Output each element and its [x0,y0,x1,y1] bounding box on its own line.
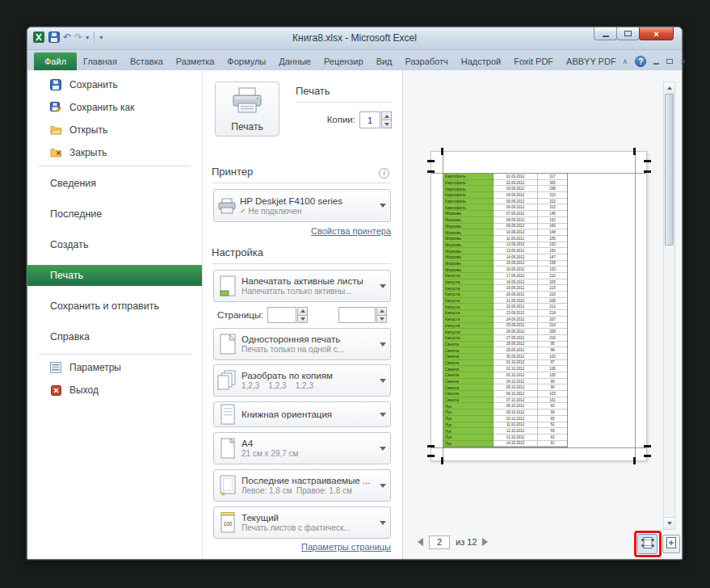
preview-scrollbar[interactable] [663,82,675,530]
current-page-input[interactable]: 2 [429,536,450,549]
preview-cell-name: Свекла [443,354,494,360]
printer-properties-link[interactable]: Свойства принтера [311,226,391,236]
header-margin-handle[interactable] [644,160,651,162]
backstage-item-new[interactable]: Создать [27,229,202,260]
next-page-button[interactable] [482,538,488,546]
previous-page-button[interactable] [418,538,423,546]
chevron-down-icon[interactable]: ▾ [86,31,89,44]
minimize-button[interactable] [594,27,617,40]
margin-handle[interactable] [427,170,435,173]
collapse-ribbon-icon[interactable]: ∧ [623,56,628,67]
ribbon-tab-formulas[interactable]: Формулы [221,52,272,70]
scrollbar-thumb[interactable] [665,94,674,246]
footer-margin-handle[interactable] [427,455,435,457]
minimize-icon-small[interactable] [653,63,659,65]
preview-cell-date: 20.09.2012 [494,292,538,298]
qat-customize-icon[interactable]: ▾ [99,31,103,44]
pages-from-spinner[interactable] [267,307,308,323]
printer-selector[interactable]: HP Deskjet F4100 series ✓ Не подключен [213,189,391,222]
ribbon-tab-insert[interactable]: Вставка [124,52,170,70]
margin-handle[interactable] [644,445,651,447]
info-icon[interactable]: i [379,168,389,178]
setting-paper-size-dropdown[interactable]: A421 см x 29,7 см [213,432,391,464]
backstage-item-close[interactable]: Закрыть [27,141,202,164]
preview-cell-date: 17.09.2012 [494,273,538,279]
preview-table-row: Морковь07.09.2012145 [443,211,567,217]
right-margin-line[interactable] [635,152,636,460]
preview-cell-date: 08.09.2012 [494,217,538,224]
pages-to-spin-buttons[interactable] [376,307,387,323]
setting-duplex-dropdown[interactable]: Односторонняя печатьПечать только на одн… [213,328,391,360]
ribbon-tab-file[interactable]: Файл [34,52,77,70]
close-button[interactable]: × [639,27,674,40]
copies-value[interactable]: 1 [359,111,380,128]
pages-from-spin-buttons[interactable] [297,307,308,323]
backstage-item-save-send[interactable]: Сохранить и отправить [27,291,202,321]
copies-spinner[interactable]: 1 [359,111,392,128]
backstage-item-save[interactable]: Сохранить [27,74,202,96]
ribbon-tab-view[interactable]: Вид [370,52,399,70]
pages-from-value[interactable] [267,307,296,323]
settings-section-title: Настройка [212,246,263,258]
pages-to-spinner[interactable] [338,307,387,323]
zoom-to-page-button[interactable] [662,535,680,553]
preview-table-row: Капуста23.09.2012218 [443,310,567,317]
spin-down-icon[interactable] [297,315,308,324]
sidebar-separator [39,354,191,355]
save-icon[interactable] [48,31,60,44]
backstage-item-options[interactable]: Параметры [27,356,202,379]
setting-scaling-dropdown[interactable]: 100ТекущийПечать листов с фактическ... [213,506,391,539]
show-margins-button[interactable] [637,534,657,554]
maximize-button[interactable] [616,27,640,40]
spin-down-icon[interactable] [376,315,387,324]
copies-spin-buttons[interactable] [381,111,392,128]
help-icon[interactable]: ? [635,56,646,67]
ribbon-tab-home[interactable]: Главная [77,52,124,70]
margin-handle[interactable] [427,445,435,447]
ribbon-tab-developer[interactable]: Разработч [399,52,455,70]
page-setup-link[interactable]: Параметры страницы [301,542,391,552]
margin-handle[interactable] [644,170,651,173]
ribbon-tab-bar: ФайлГлавнаяВставкаРазметкаФормулыДанныеР… [27,50,682,70]
scroll-down-icon[interactable] [664,517,674,529]
footer-margin-handle[interactable] [644,455,651,457]
setting-orientation-dropdown[interactable]: Книжная ориентация [213,401,391,427]
scroll-up-icon[interactable] [664,82,674,94]
restore-icon-small[interactable] [666,59,673,64]
backstage-item-save-as[interactable]: Сохранить как [27,96,202,119]
bottom-margin-line[interactable] [431,447,646,448]
margin-handle[interactable] [441,457,443,464]
header-margin-handle[interactable] [427,160,435,162]
ribbon-tab-foxit-pdf[interactable]: Foxit PDF [507,52,560,70]
spin-down-icon[interactable] [381,120,392,128]
backstage-item-print[interactable]: Печать [27,260,202,291]
backstage-item-info[interactable]: Сведения [27,168,202,199]
close-icon-small[interactable]: × [680,57,685,66]
backstage-item-recent[interactable]: Последние [27,199,202,229]
setting-what-to-print-dropdown[interactable]: Напечатать активные листыНапечатать толь… [213,270,391,302]
backstage-item-exit[interactable]: Выход [27,379,202,401]
undo-icon[interactable]: ↶ [63,31,71,44]
pages-to-value[interactable] [338,307,376,323]
margin-handle[interactable] [441,148,443,155]
preview-cell-value: 205 [538,279,567,286]
ribbon-tab-data[interactable]: Данные [272,52,317,70]
setting-margins-dropdown[interactable]: ★Последние настраиваемые ...Левое: 1,8 с… [213,469,391,502]
titlebar[interactable]: ↶ ↷ ▾ ▾ Книга8.xlsx - Microsoft Excel × [27,27,682,50]
ribbon-tab-review[interactable]: Рецензир [317,52,370,70]
scale-icon: 100 [214,512,242,533]
margins-icon: ★ [214,475,242,496]
ribbon-tab-add-ins[interactable]: Надстрой [455,52,507,70]
redo-icon[interactable]: ↷ [74,31,82,44]
ribbon-tab-abbyy-pdf[interactable]: ABBYY PDF [560,52,623,70]
margin-handle[interactable] [633,457,636,464]
backstage-item-help[interactable]: Справка [27,321,202,352]
margin-handle[interactable] [633,148,636,155]
preview-cell-date: 02.10.2012 [494,366,538,372]
setting-collate-dropdown[interactable]: Разобрать по копиям1,2,3 1,2,3 1,2,3 [213,364,391,397]
window-controls: × [594,27,674,40]
backstage-item-open[interactable]: Открыть [27,119,202,141]
setting-text: Разобрать по копиям1,2,3 1,2,3 1,2,3 [242,371,376,390]
settings-section-header: Настройка [212,246,391,264]
ribbon-tab-page-layout[interactable]: Разметка [170,52,221,70]
